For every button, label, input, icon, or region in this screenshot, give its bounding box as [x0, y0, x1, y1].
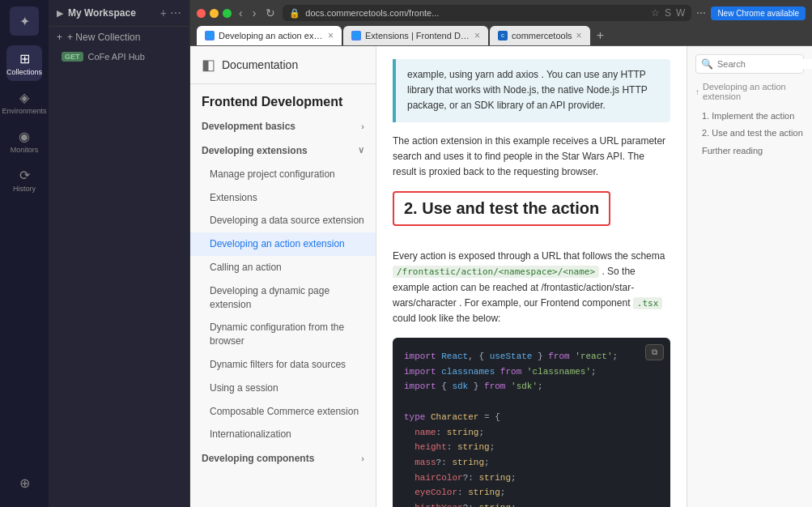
monitors-icon: ◉ — [19, 129, 30, 144]
toc-item-use-test[interactable]: 2. Use and test the action — [695, 125, 804, 142]
doc-sidebar: ◧ Documentation Frontend Development Dev… — [190, 46, 376, 507]
new-tab-button[interactable]: + — [592, 28, 609, 43]
sidebar-item-monitors[interactable]: ◉ Monitors — [6, 123, 42, 159]
collections-icon: ⊞ — [19, 51, 30, 66]
section-intro: The action extension in this example rec… — [393, 134, 670, 181]
copy-button[interactable]: ⧉ — [645, 344, 664, 360]
new-collection-icon: + — [57, 32, 62, 43]
forward-button[interactable]: › — [250, 6, 259, 19]
tab-1[interactable]: 🌐 Developing an action extens... × — [197, 26, 342, 45]
doc-toc: 🔍 ⌘/ ↑ Developing an action extension 1.… — [687, 46, 812, 507]
code-block: ⧉ import React, { useState } from 'react… — [393, 338, 670, 507]
sidebar-group-dev-extensions-items: Manage project configuration Extensions … — [190, 163, 376, 446]
search-input[interactable] — [717, 59, 812, 69]
tab-2-favicon: 🌐 — [351, 31, 361, 40]
search-icon: 🔍 — [701, 58, 713, 70]
sidebar-group-dev-components[interactable]: Developing components › — [190, 446, 376, 471]
sidebar-item-more[interactable]: ⊕ — [6, 465, 42, 501]
tab-1-close[interactable]: × — [328, 30, 334, 41]
back-button[interactable]: ‹ — [236, 6, 245, 19]
collections-toolbar: + ⋯ — [160, 6, 181, 19]
sidebar-item-composable-commerce[interactable]: Composable Commerce extension — [190, 400, 376, 424]
section-body: Every action is exposed through a URL th… — [393, 249, 670, 326]
app-logo: ✦ — [10, 6, 39, 36]
new-collection-button[interactable]: + + New Collection — [49, 27, 189, 48]
chevron-right-icon: › — [361, 121, 364, 131]
sidebar-item-environments[interactable]: ◈ Environments — [6, 84, 42, 120]
add-collection-icon[interactable]: + — [160, 6, 167, 19]
toc-item-implement[interactable]: 1. Implement the action — [695, 108, 804, 125]
inline-code-tsx: .tsx — [633, 297, 663, 309]
collections-panel: ▶ My Workspace + ⋯ + + New Collection GE… — [49, 0, 190, 507]
history-icon: ⟳ — [19, 168, 30, 183]
collections-header: ▶ My Workspace + ⋯ — [49, 0, 189, 27]
refresh-button[interactable]: ↻ — [263, 6, 278, 19]
sidebar-item-dev-action[interactable]: Developing an action extension — [190, 232, 376, 256]
sidebar-item-dynamic-config[interactable]: Dynamic configuration from the browser — [190, 316, 376, 353]
sidebar-item-internationalization[interactable]: Internationalization — [190, 423, 376, 446]
sidebar-item-history[interactable]: ⟳ History — [6, 162, 42, 198]
info-box: example, using yarn add axios . You can … — [393, 59, 670, 122]
inline-code-schema: /frontastic/action/<namespace>/<name> — [393, 266, 599, 278]
sidebar-item-using-session[interactable]: Using a session — [190, 377, 376, 400]
sidebar-item-calling-action[interactable]: Calling an action — [190, 256, 376, 279]
doc-main-content: example, using yarn add axios . You can … — [376, 46, 687, 507]
section-heading-container: 2. Use and test the action — [393, 191, 670, 237]
toc-parent-label: ↑ Developing an action extension — [695, 82, 804, 101]
browser-tabs: 🌐 Developing an action extens... × 🌐 Ext… — [190, 26, 812, 46]
traffic-lights — [197, 9, 232, 18]
tab-2[interactable]: 🌐 Extensions | Frontend Devel... × — [343, 26, 488, 45]
minimize-button[interactable] — [210, 9, 219, 18]
browser-chrome: ‹ › ↻ 🔒 docs.commercetools.com/fronte...… — [190, 0, 812, 26]
new-chrome-button[interactable]: New Chrome available — [711, 6, 806, 20]
tab-3-favicon: c — [498, 31, 508, 40]
sidebar-item-collections[interactable]: ⊞ Collections — [6, 45, 42, 81]
toc-up-arrow: ↑ — [695, 87, 699, 96]
cofe-api-hub-item[interactable]: GET CoFe API Hub — [49, 48, 189, 66]
sidebar-item-dev-dynamic[interactable]: Developing a dynamic page extension — [190, 279, 376, 317]
browser-window: ‹ › ↻ 🔒 docs.commercetools.com/fronte...… — [190, 0, 812, 507]
doc-section-title: Frontend Development — [190, 84, 376, 114]
browser-menu-icon[interactable]: ⋯ — [696, 7, 706, 19]
tab-3-close[interactable]: × — [576, 30, 582, 41]
sidebar-item-dev-data-source[interactable]: Developing a data source extension — [190, 209, 376, 232]
chevron-right-icon-2: › — [361, 454, 364, 463]
sidebar-item-dynamic-filters[interactable]: Dynamic filters for data sources — [190, 353, 376, 377]
environments-icon: ◈ — [19, 90, 29, 105]
tab-3[interactable]: c commercetools × — [490, 26, 590, 45]
sidebar-group-dev-basics[interactable]: Development basics › — [190, 114, 376, 138]
toc-search[interactable]: 🔍 ⌘/ — [695, 54, 804, 74]
browser-content: ◧ Documentation Frontend Development Dev… — [190, 46, 812, 507]
more-icon: ⊕ — [19, 475, 30, 491]
more-options-icon[interactable]: ⋯ — [170, 6, 181, 19]
sidebar-item-extensions[interactable]: Extensions — [190, 186, 376, 210]
tab-2-close[interactable]: × — [474, 30, 480, 41]
toc-item-further[interactable]: Further reading — [695, 143, 804, 160]
maximize-button[interactable] — [223, 9, 232, 18]
sidebar-item-manage-project[interactable]: Manage project configuration — [190, 163, 376, 186]
section-heading-box: 2. Use and test the action — [393, 191, 610, 226]
tab-1-favicon: 🌐 — [205, 31, 215, 40]
chevron-down-icon: ∨ — [358, 145, 364, 156]
doc-logo: ◧ Documentation — [190, 46, 376, 84]
address-bar[interactable]: 🔒 docs.commercetools.com/fronte... ☆ S W — [283, 5, 691, 21]
close-button[interactable] — [197, 9, 206, 18]
sidebar-group-dev-extensions[interactable]: Developing extensions ∨ — [190, 138, 376, 163]
left-sidebar: ✦ ⊞ Collections ◈ Environments ◉ Monitor… — [0, 0, 49, 507]
doc-logo-icon: ◧ — [202, 56, 215, 74]
